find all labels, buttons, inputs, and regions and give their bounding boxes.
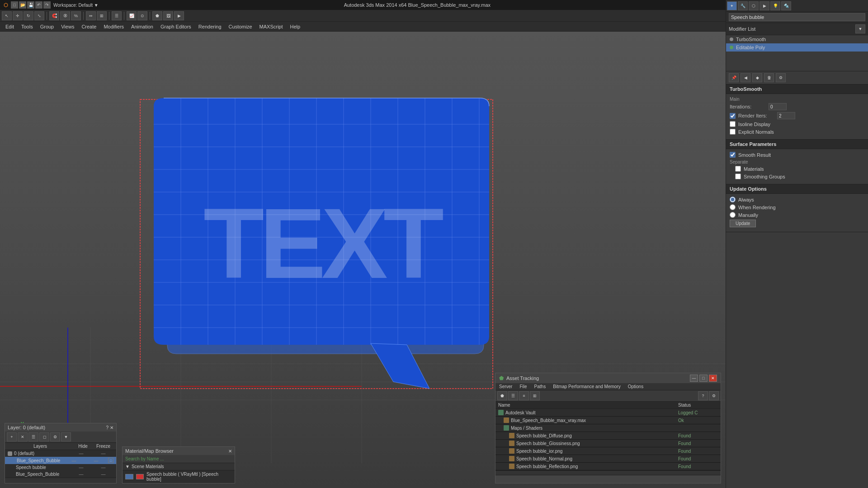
display-panel-btn[interactable]: 💡: [770, 1, 780, 10]
menu-customize[interactable]: Customize: [225, 22, 256, 31]
iterations-input[interactable]: [769, 103, 787, 110]
undo-btn[interactable]: ↶: [35, 1, 42, 9]
asset-row-max-file[interactable]: Blue_Speech_Bubble_max_vray.max Ok: [495, 417, 721, 424]
asset-file-menu[interactable]: File: [516, 383, 530, 390]
asset-row-reflection[interactable]: Speech bubble_Reflection.png Found: [495, 463, 721, 470]
modifier-editable-poly[interactable]: Editable Poly: [726, 43, 868, 52]
asset-server-menu[interactable]: Server: [495, 383, 516, 390]
scale-btn[interactable]: ⤡: [34, 11, 44, 20]
material-editor-btn[interactable]: ⬟: [152, 11, 162, 20]
smooth-result-checkbox[interactable]: [730, 152, 736, 158]
surface-params-section-header[interactable]: Surface Parameters: [726, 140, 868, 149]
utilities-panel-btn[interactable]: 🔩: [781, 1, 791, 10]
delete-layer-btn[interactable]: ✕: [18, 432, 28, 441]
new-layer-btn[interactable]: +: [7, 432, 17, 441]
layers-help-btn[interactable]: ?: [106, 425, 108, 430]
asset-btn2[interactable]: ☰: [508, 391, 518, 400]
select-btn[interactable]: ↖: [2, 11, 12, 20]
layer-btn[interactable]: ☰: [112, 11, 122, 20]
open-btn[interactable]: 📂: [19, 1, 26, 9]
rotate-btn[interactable]: ↻: [24, 11, 33, 20]
hierarchy-panel-btn[interactable]: ⬡: [749, 1, 759, 10]
manually-radio[interactable]: [730, 212, 736, 218]
mat-search-label[interactable]: Search by Name ...: [125, 456, 164, 461]
asset-row-glossiness[interactable]: Speech bubble_Glossiness.png Found: [495, 440, 721, 447]
menu-create[interactable]: Create: [78, 22, 100, 31]
render-btn[interactable]: ▶: [174, 11, 184, 20]
asset-restore-btn[interactable]: □: [699, 375, 708, 382]
align-btn[interactable]: ⊞: [97, 11, 107, 20]
redo-btn[interactable]: ↷: [43, 1, 51, 9]
modify-panel-btn[interactable]: 🔧: [738, 1, 748, 10]
asset-btn3[interactable]: ≡: [519, 391, 529, 400]
mirror-btn[interactable]: ⇔: [86, 11, 96, 20]
new-btn[interactable]: □: [11, 1, 18, 9]
when-rendering-radio[interactable]: [730, 204, 736, 210]
asset-help-btn[interactable]: ?: [698, 391, 708, 400]
modifier-turbosmooth[interactable]: TurboSmooth: [726, 35, 868, 43]
menu-rendering[interactable]: Rendering: [195, 22, 225, 31]
select-objects-btn[interactable]: ◻: [39, 432, 49, 441]
layer-settings-btn[interactable]: ⚙: [50, 432, 60, 441]
asset-row-ior[interactable]: Speech bubble_ior.png Found: [495, 447, 721, 455]
schematic-btn[interactable]: ⊙: [137, 11, 147, 20]
mat-speech-bubble-item[interactable]: Speech bubble ( VRayMtl ) [Speech bubble…: [123, 470, 235, 483]
asset-row-diffuse[interactable]: Speech bubble_Diffuse.png Found: [495, 432, 721, 440]
menu-group[interactable]: Group: [37, 22, 58, 31]
pin-btn[interactable]: 📌: [729, 73, 739, 82]
configure-btn[interactable]: ⚙: [776, 73, 786, 82]
layers-close-btn[interactable]: ✕: [110, 425, 113, 430]
materials-checkbox[interactable]: [735, 166, 741, 172]
menu-edit[interactable]: Edit: [2, 22, 18, 31]
asset-scrollbar-h[interactable]: [495, 470, 721, 475]
layers-scroll-h[interactable]: [5, 478, 116, 483]
expand-all-btn[interactable]: ▼: [61, 432, 71, 441]
turbosmooth-section-header[interactable]: TurboSmooth: [726, 84, 868, 94]
render-iters-checkbox[interactable]: [730, 113, 736, 119]
remove-modifier-btn[interactable]: 🗑: [764, 73, 774, 82]
layer-blue-speech-sub[interactable]: Blue_Speech_Bubble — —: [5, 471, 116, 478]
asset-close-btn[interactable]: ✕: [709, 375, 717, 382]
layer-0-default[interactable]: 0 (default) — —: [5, 450, 116, 457]
layer-speech-bubble[interactable]: Speech bubble — —: [5, 464, 116, 471]
percent-snap-btn[interactable]: %: [71, 11, 81, 20]
isoline-checkbox[interactable]: [730, 121, 736, 127]
asset-row-vault[interactable]: Autodesk Vault Logged C: [495, 409, 721, 417]
menu-tools[interactable]: Tools: [18, 22, 37, 31]
asset-minimize-btn[interactable]: —: [690, 375, 698, 382]
show-end-result-btn[interactable]: ◀: [741, 73, 750, 82]
asset-row-maps[interactable]: Maps / Shaders: [495, 424, 721, 432]
move-btn[interactable]: ✛: [13, 11, 23, 20]
modifier-list-dropdown[interactable]: ▼: [855, 24, 865, 33]
asset-btn1[interactable]: ⬟: [497, 391, 507, 400]
make-unique-btn[interactable]: ◆: [752, 73, 762, 82]
menu-animation[interactable]: Animation: [127, 22, 157, 31]
create-panel-btn[interactable]: ✦: [727, 1, 737, 10]
curve-editor-btn[interactable]: 📈: [127, 11, 137, 20]
asset-options-menu[interactable]: Options: [624, 383, 647, 390]
add-selection-btn[interactable]: ☰: [28, 432, 38, 441]
asset-btn4[interactable]: ⊞: [530, 391, 540, 400]
menu-help[interactable]: Help: [287, 22, 304, 31]
layer-blue-speech[interactable]: Blue_Speech_Bubble — — □: [5, 457, 116, 464]
snaps-btn[interactable]: 🧲: [49, 11, 59, 20]
render-iters-input[interactable]: [777, 112, 795, 119]
asset-settings-btn[interactable]: ⚙: [709, 391, 719, 400]
asset-row-normal[interactable]: Speech bubble_Normal.png Found: [495, 455, 721, 463]
menu-views[interactable]: Views: [57, 22, 78, 31]
angle-snap-btn[interactable]: ⦿: [60, 11, 70, 20]
menu-modifiers[interactable]: Modifiers: [100, 22, 127, 31]
menu-maxscript[interactable]: MAXScript: [256, 22, 287, 31]
layer-blue-speech-options[interactable]: □: [108, 458, 113, 463]
save-btn[interactable]: 💾: [27, 1, 34, 9]
menu-graph-editors[interactable]: Graph Editors: [157, 22, 195, 31]
asset-bitmap-menu[interactable]: Bitmap Performance and Memory: [549, 383, 624, 390]
mat-close-btn[interactable]: ✕: [228, 449, 232, 454]
update-options-header[interactable]: Update Options: [726, 184, 868, 194]
asset-paths-menu[interactable]: Paths: [531, 383, 550, 390]
always-radio[interactable]: [730, 197, 736, 202]
object-name-input[interactable]: [729, 13, 865, 21]
explicit-normals-checkbox[interactable]: [730, 129, 736, 135]
render-setup-btn[interactable]: 🖼: [163, 11, 173, 20]
update-button[interactable]: Update: [730, 220, 756, 227]
